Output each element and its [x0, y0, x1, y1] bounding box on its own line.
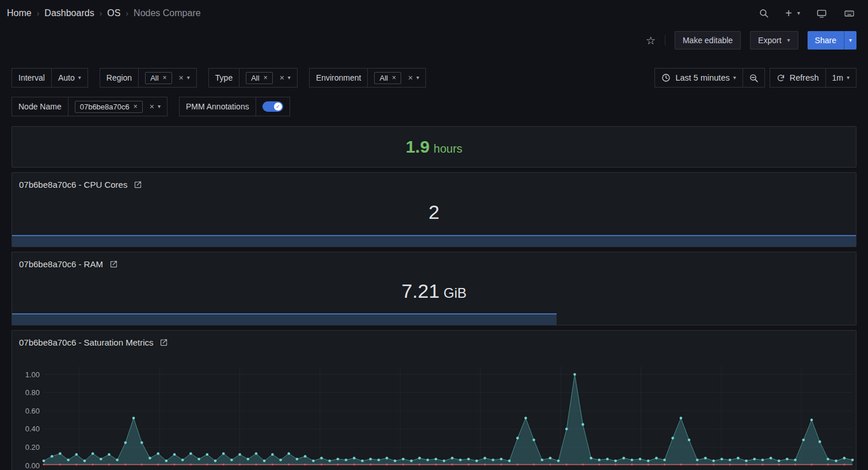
region-chip-value: All	[150, 74, 158, 82]
chevron-down-icon: ▾	[733, 75, 736, 81]
refresh-label: Refresh	[790, 73, 819, 82]
uptime-unit: hours	[433, 142, 462, 156]
external-link-icon[interactable]	[134, 180, 142, 189]
panel-uptime: 1.9 hours	[12, 126, 856, 168]
filter-interval: Interval Auto ▾	[12, 68, 88, 88]
type-select[interactable]: All × × ▾	[239, 68, 298, 88]
pmm-annotations-toggle[interactable]: ✓	[262, 101, 283, 112]
uptime-stat: 1.9 hours	[406, 137, 463, 157]
clear-selection-icon[interactable]: ×	[150, 102, 154, 111]
panel-cpu-cores: 07b6be8a70c6 - CPU Cores 2	[12, 172, 856, 247]
make-editable-label: Make editable	[683, 36, 733, 45]
remove-chip-icon[interactable]: ×	[134, 103, 138, 111]
external-link-icon[interactable]	[109, 260, 118, 268]
cpu-cores-panel-header[interactable]: 07b6be8a70c6 - CPU Cores	[19, 180, 142, 189]
make-editable-button[interactable]: Make editable	[675, 31, 741, 50]
type-label: Type	[208, 68, 239, 88]
chevron-down-icon: ▾	[787, 37, 790, 43]
remove-chip-icon[interactable]: ×	[264, 74, 268, 82]
star-favorite-icon[interactable]: ☆	[646, 34, 656, 47]
refresh-interval-select[interactable]: 1m ▾	[825, 68, 856, 88]
clear-selection-icon[interactable]: ×	[408, 73, 413, 82]
search-icon[interactable]	[759, 8, 769, 18]
svg-text:0.40: 0.40	[25, 424, 40, 433]
svg-text:0.80: 0.80	[25, 388, 40, 397]
environment-label: Environment	[309, 68, 368, 88]
top-nav-bar: Home › Dashboards › OS › Nodes Compare +…	[0, 0, 868, 26]
chevron-down-icon: ▾	[797, 10, 800, 16]
region-label: Region	[100, 68, 139, 88]
uptime-value: 1.9	[406, 137, 430, 157]
breadcrumb-separator: ›	[125, 9, 128, 18]
node-name-chip[interactable]: 07b6be8a70c6 ×	[75, 101, 143, 113]
top-nav-icons: + ▾	[759, 7, 855, 19]
panel-ram: 07b6be8a70c6 - RAM 7.21 GiB	[12, 252, 856, 325]
refresh-icon	[776, 74, 785, 82]
export-label: Export	[758, 36, 781, 45]
environment-select[interactable]: All × × ▾	[367, 68, 426, 88]
share-button-group: Share ▾	[808, 31, 856, 50]
filter-type: Type All × × ▾	[208, 68, 298, 88]
cpu-cores-value: 2	[429, 201, 440, 223]
time-controls: Last 5 minutes ▾ Refresh 1m ▾	[654, 68, 856, 88]
node-name-select[interactable]: 07b6be8a70c6 × × ▾	[68, 97, 167, 116]
filters-row-1: Interval Auto ▾ Region All × × ▾ Type Al…	[12, 68, 856, 88]
divider	[665, 35, 665, 46]
saturation-panel-title: 07b6be8a70c6 - Saturation Metrics	[19, 338, 153, 347]
chevron-down-icon[interactable]: ▾	[416, 75, 419, 81]
clear-selection-icon[interactable]: ×	[280, 73, 284, 82]
refresh-interval-value: 1m	[832, 73, 843, 82]
pmm-annotations-label: PMM Annotations	[179, 97, 256, 116]
interval-select[interactable]: Auto ▾	[51, 68, 88, 88]
ram-unit: GiB	[444, 285, 467, 301]
svg-text:1.00: 1.00	[25, 370, 40, 379]
breadcrumb: Home › Dashboards › OS › Nodes Compare	[7, 8, 201, 18]
node-name-chip-value: 07b6be8a70c6	[80, 103, 130, 111]
external-link-icon[interactable]	[159, 338, 168, 347]
svg-text:0.00: 0.00	[25, 461, 40, 470]
environment-chip-value: All	[379, 74, 387, 82]
remove-chip-icon[interactable]: ×	[163, 74, 167, 82]
export-button[interactable]: Export ▾	[750, 31, 798, 50]
chevron-down-icon[interactable]: ▾	[158, 104, 161, 109]
share-dropdown-button[interactable]: ▾	[844, 31, 856, 50]
breadcrumb-os[interactable]: OS	[107, 8, 120, 18]
region-select[interactable]: All × × ▾	[138, 68, 197, 88]
dashboard-actions-bar: ☆ Make editable Export ▾ Share ▾	[0, 26, 868, 54]
cpu-cores-stat: 2	[12, 191, 856, 233]
zoom-out-time-button[interactable]	[743, 68, 765, 88]
clear-selection-icon[interactable]: ×	[179, 73, 184, 82]
zoom-out-icon	[749, 73, 759, 83]
plus-icon: +	[785, 7, 792, 19]
saturation-panel-header[interactable]: 07b6be8a70c6 - Saturation Metrics	[19, 338, 168, 347]
breadcrumb-dashboards[interactable]: Dashboards	[44, 8, 94, 18]
keyboard-shortcuts-icon[interactable]	[843, 9, 855, 18]
filter-region: Region All × × ▾	[100, 68, 197, 88]
cpu-cores-bar-gauge	[12, 235, 856, 247]
kiosk-monitor-icon[interactable]	[816, 9, 827, 18]
ram-bar-gauge	[12, 313, 557, 325]
breadcrumb-home[interactable]: Home	[7, 8, 32, 18]
dashboard-panels: 1.9 hours 07b6be8a70c6 - CPU Cores 2 07b…	[0, 116, 868, 470]
refresh-button[interactable]: Refresh	[770, 68, 826, 88]
chevron-down-icon: ▾	[849, 37, 852, 43]
interval-value: Auto	[58, 73, 75, 82]
share-button[interactable]: Share	[808, 31, 844, 50]
time-range-value: Last 5 minutes	[675, 73, 729, 82]
filter-environment: Environment All × × ▾	[309, 68, 426, 88]
ram-value: 7.21	[401, 280, 439, 302]
remove-chip-icon[interactable]: ×	[392, 74, 396, 82]
environment-chip[interactable]: All ×	[374, 72, 401, 84]
breadcrumb-separator: ›	[37, 9, 40, 18]
panel-saturation-metrics: 07b6be8a70c6 - Saturation Metrics 0.000.…	[12, 330, 856, 470]
type-chip[interactable]: All ×	[246, 72, 272, 84]
chevron-down-icon[interactable]: ▾	[187, 75, 190, 81]
chevron-down-icon[interactable]: ▾	[288, 75, 291, 81]
add-new-icon[interactable]: + ▾	[785, 7, 800, 19]
region-chip[interactable]: All ×	[145, 72, 172, 84]
toggle-knob: ✓	[274, 103, 282, 111]
ram-panel-header[interactable]: 07b6be8a70c6 - RAM	[19, 259, 118, 269]
saturation-time-series-chart[interactable]: 0.000.200.400.600.801.00	[12, 359, 856, 470]
svg-text:0.60: 0.60	[25, 407, 40, 415]
time-range-picker[interactable]: Last 5 minutes ▾	[654, 68, 743, 88]
